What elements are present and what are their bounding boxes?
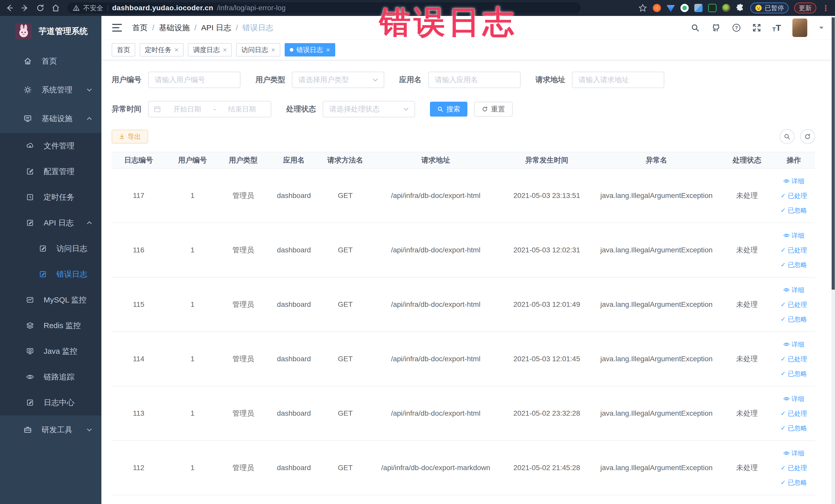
- mark-processed-link[interactable]: ✓已处理: [780, 300, 807, 309]
- refresh-table-button[interactable]: [800, 129, 815, 144]
- breadcrumb-api-log[interactable]: API 日志: [201, 23, 231, 33]
- exception-time-range-picker[interactable]: 开始日期 - 结束日期: [148, 101, 271, 117]
- paused-badge[interactable]: 已暂停: [750, 3, 789, 13]
- sidebar-item-mysql[interactable]: MySQL 监控: [0, 287, 101, 313]
- check-icon: ✓: [780, 356, 786, 362]
- sidebar-item-api-log[interactable]: API 日志: [0, 210, 101, 236]
- help-icon[interactable]: ?: [732, 23, 741, 32]
- sidebar-item-infra[interactable]: 基础设施: [0, 104, 101, 133]
- mark-ignored-link[interactable]: ✓已忽略: [780, 424, 807, 432]
- search-icon[interactable]: [691, 23, 699, 32]
- sidebar-item-config[interactable]: 配置管理: [0, 159, 101, 184]
- detail-link[interactable]: 详细: [783, 449, 805, 458]
- sidebar-toggle-icon[interactable]: [112, 24, 122, 32]
- sidebar-item-file[interactable]: 文件管理: [0, 133, 101, 159]
- close-icon[interactable]: ×: [326, 46, 330, 53]
- search-button[interactable]: 搜索: [430, 102, 467, 117]
- extension-monkey-icon[interactable]: [722, 4, 730, 12]
- address-bar[interactable]: 不安全 | dashboard.yudao.iocoder.cn/infra/l…: [67, 2, 581, 14]
- sidebar-item-home[interactable]: 首页: [0, 47, 101, 76]
- detail-link[interactable]: 详细: [783, 177, 805, 185]
- font-size-icon[interactable]: TT: [772, 23, 781, 33]
- table-row: 114 1 管理员 dashboard GET /api/infra/db-do…: [111, 332, 815, 386]
- sidebar-item-redis[interactable]: Redis 监控: [0, 313, 101, 338]
- mark-processed-link[interactable]: ✓已处理: [780, 246, 807, 255]
- browser-menu-icon[interactable]: ⋮: [822, 4, 830, 13]
- mark-ignored-link[interactable]: ✓已忽略: [780, 206, 807, 215]
- clock-square-icon: [26, 193, 34, 201]
- gear-icon: [24, 86, 32, 94]
- extension-switch-icon[interactable]: [708, 4, 716, 12]
- mark-ignored-link[interactable]: ✓已忽略: [780, 369, 807, 378]
- table-row: 115 1 管理员 dashboard GET /api/infra/db-do…: [111, 277, 815, 332]
- tab-job-log[interactable]: 调度日志×: [188, 43, 232, 57]
- scrollbar-thumb[interactable]: [832, 18, 835, 289]
- smiley-icon: [755, 4, 762, 12]
- avatar[interactable]: [792, 19, 807, 37]
- tab-job[interactable]: 定时任务×: [140, 43, 184, 57]
- puzzle-icon[interactable]: [736, 4, 745, 12]
- extension-orange-icon[interactable]: [653, 4, 661, 12]
- sidebar-item-log-center[interactable]: 日志中心: [0, 390, 101, 416]
- reload-icon[interactable]: [36, 4, 45, 12]
- edit-square-icon: [26, 168, 34, 175]
- refresh-icon: [482, 106, 488, 112]
- table-row: 116 1 管理员 dashboard GET /api/infra/db-do…: [111, 223, 815, 277]
- forward-icon[interactable]: [21, 4, 29, 12]
- mark-processed-link[interactable]: ✓已处理: [780, 355, 807, 363]
- table-header-row: 日志编号 用户编号 用户类型 应用名 请求方法名 请求地址 异常发生时间 异常名…: [111, 152, 815, 168]
- detail-link[interactable]: 详细: [783, 395, 805, 403]
- home-icon[interactable]: [51, 4, 60, 12]
- sidebar-item-java[interactable]: Java 监控: [0, 338, 101, 364]
- user-type-select[interactable]: 请选择用户类型: [292, 72, 384, 88]
- extension-vue-icon[interactable]: [680, 4, 689, 12]
- mark-processed-link[interactable]: ✓已处理: [780, 464, 807, 472]
- active-dot: [290, 48, 293, 52]
- mark-ignored-link[interactable]: ✓已忽略: [780, 315, 807, 323]
- home-menu-icon: [24, 57, 32, 65]
- mark-ignored-link[interactable]: ✓已忽略: [780, 261, 807, 269]
- back-icon[interactable]: [5, 4, 14, 12]
- sidebar-item-system[interactable]: 系统管理: [0, 76, 101, 104]
- show-search-toggle-button[interactable]: [779, 129, 794, 144]
- breadcrumb-infra[interactable]: 基础设施: [159, 23, 190, 33]
- chevron-down-icon: [403, 106, 409, 113]
- bookmark-star-icon[interactable]: [638, 4, 647, 12]
- check-icon: ✓: [780, 193, 786, 199]
- request-url-input[interactable]: [572, 72, 664, 88]
- logo-image: [15, 23, 32, 40]
- tab-home[interactable]: 首页: [111, 43, 135, 57]
- sidebar-item-job[interactable]: 定时任务: [0, 184, 101, 210]
- breadcrumb-home[interactable]: 首页: [132, 23, 148, 33]
- mark-processed-link[interactable]: ✓已处理: [780, 191, 807, 200]
- page-content: 用户编号 用户类型 请选择用户类型 应用名 请求地址: [101, 60, 835, 504]
- detail-link[interactable]: 详细: [783, 286, 805, 294]
- sidebar-item-dev-tools[interactable]: 研发工具: [0, 416, 101, 444]
- reset-button[interactable]: 重置: [474, 102, 513, 117]
- caret-down-icon[interactable]: [819, 26, 824, 30]
- sidebar-item-error-log[interactable]: 错误日志: [0, 261, 101, 287]
- detail-link[interactable]: 详细: [783, 231, 805, 240]
- mark-ignored-link[interactable]: ✓已忽略: [780, 478, 807, 487]
- mark-processed-link[interactable]: ✓已处理: [780, 409, 807, 418]
- download-icon: [119, 134, 125, 140]
- sidebar-item-access-log[interactable]: 访问日志: [0, 236, 101, 261]
- user-id-input[interactable]: [148, 72, 241, 88]
- extension-grid-icon[interactable]: [694, 4, 702, 12]
- close-icon[interactable]: ×: [271, 46, 275, 53]
- fullscreen-icon[interactable]: [752, 23, 761, 32]
- page-scrollbar[interactable]: [831, 16, 835, 504]
- app-name-input[interactable]: [428, 72, 521, 88]
- detail-link[interactable]: 详细: [783, 340, 805, 349]
- app-logo: 芋道管理系统: [0, 16, 101, 47]
- close-icon[interactable]: ×: [175, 46, 178, 53]
- close-icon[interactable]: ×: [223, 46, 227, 53]
- tab-error-log[interactable]: 错误日志×: [285, 43, 335, 57]
- process-status-select[interactable]: 请选择处理状态: [323, 101, 415, 117]
- update-button[interactable]: 更新: [794, 3, 816, 13]
- export-button[interactable]: 导出: [111, 130, 148, 143]
- tab-access-log[interactable]: 访问日志×: [236, 43, 280, 57]
- sidebar-item-trace[interactable]: 链路追踪: [0, 364, 101, 390]
- extension-blue-icon[interactable]: [667, 4, 675, 12]
- github-icon[interactable]: [711, 23, 720, 33]
